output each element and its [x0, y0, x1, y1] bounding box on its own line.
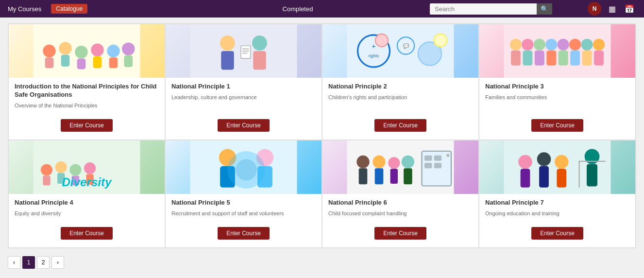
course-btn-area-np1: Enter Course [166, 114, 322, 139]
svg-point-44 [581, 39, 593, 51]
svg-point-29 [434, 34, 447, 47]
svg-point-88 [555, 155, 569, 169]
course-desc-np1: Leadership, culture and governance [171, 94, 316, 109]
enter-course-button-np2[interactable]: Enter Course [374, 119, 426, 132]
next-page-button[interactable]: › [51, 256, 64, 269]
svg-rect-47 [594, 51, 604, 66]
page-1-button[interactable]: 1 [22, 256, 35, 269]
svg-rect-90 [579, 161, 580, 188]
course-body-np4: National Principle 4 Equity and diversit… [9, 194, 165, 222]
svg-point-49 [41, 164, 52, 176]
svg-point-86 [537, 152, 551, 166]
course-desc-np2: Children's rights and participation [328, 94, 473, 109]
course-title-np1: National Principle 1 [171, 83, 316, 91]
course-desc-np5: Recruitment and support of staff and vol… [171, 210, 316, 217]
course-body-np7: National Principle 7 Ongoing education a… [479, 194, 635, 222]
header-nav: My Courses Catalogue [8, 4, 201, 14]
course-btn-area-np7: Enter Course [479, 222, 635, 247]
svg-point-9 [107, 45, 119, 57]
course-card-np1: National Principle 1 Leadership, culture… [165, 24, 322, 140]
svg-rect-45 [582, 51, 592, 66]
course-title-np5: National Principle 5 [171, 199, 316, 207]
course-title-np7: National Principle 7 [485, 199, 629, 207]
svg-rect-87 [539, 166, 549, 188]
svg-rect-41 [559, 51, 568, 66]
enter-course-button-intro[interactable]: Enter Course [61, 119, 113, 132]
course-card-np5: National Principle 5 Recruitment and sup… [165, 140, 322, 248]
svg-rect-15 [221, 51, 234, 70]
svg-rect-6 [77, 58, 86, 69]
course-thumbnail-np6 [322, 140, 478, 194]
course-desc-np4: Equity and diversity [15, 210, 159, 217]
svg-point-79 [446, 154, 450, 157]
prev-page-button[interactable]: ‹ [8, 256, 20, 269]
enter-course-button-np4[interactable]: Enter Course [61, 227, 113, 240]
course-btn-area-np3: Enter Course [479, 114, 635, 139]
course-body-intro: Introduction to the National Principles … [9, 78, 165, 114]
calendar-icon: 📅 [625, 4, 634, 14]
course-body-np2: National Principle 2 Children's rights a… [322, 78, 478, 114]
svg-rect-77 [424, 163, 432, 168]
course-card-np6: National Principle 6 Child focused compl… [322, 140, 479, 248]
svg-rect-85 [521, 169, 530, 188]
course-body-np3: National Principle 3 Families and commun… [479, 78, 635, 114]
svg-point-30 [375, 34, 388, 47]
svg-rect-82 [587, 164, 597, 187]
course-card-intro: Introduction to the National Principles … [8, 24, 165, 140]
course-thumbnail-np2: + rights 💬 [322, 24, 478, 78]
svg-point-72 [402, 156, 414, 168]
course-title-np6: National Principle 6 [328, 199, 473, 207]
svg-point-42 [569, 39, 581, 51]
course-thumbnail-np5 [166, 140, 322, 194]
course-body-np6: National Principle 6 Child focused compl… [322, 194, 478, 222]
svg-point-70 [388, 157, 400, 169]
enter-course-button-np7[interactable]: Enter Course [531, 227, 583, 240]
course-thumbnail-np3 [479, 24, 635, 78]
course-body-np1: National Principle 1 Leadership, culture… [166, 78, 322, 114]
svg-rect-10 [109, 57, 118, 68]
svg-point-84 [518, 155, 532, 169]
course-thumbnail-intro [9, 24, 165, 78]
my-courses-link[interactable]: My Courses [8, 5, 41, 13]
svg-rect-12 [124, 55, 133, 67]
svg-rect-89 [557, 169, 566, 188]
svg-point-53 [69, 164, 81, 176]
catalogue-badge[interactable]: Catalogue [51, 4, 87, 14]
svg-rect-76 [434, 156, 441, 161]
course-btn-area-intro: Enter Course [9, 114, 165, 139]
page-2-button[interactable]: 2 [37, 256, 50, 269]
course-card-np7: National Principle 7 Ongoing education a… [479, 140, 636, 248]
svg-rect-71 [390, 169, 398, 184]
svg-rect-18 [241, 46, 251, 58]
enter-course-button-np5[interactable]: Enter Course [218, 227, 270, 240]
course-desc-np3: Families and communities [485, 94, 629, 109]
svg-text:Diversity: Diversity [62, 175, 112, 189]
user-avatar[interactable]: N [588, 2, 601, 16]
svg-rect-69 [375, 168, 384, 184]
header-icons: N ▦ 📅 [588, 2, 636, 16]
calendar-button[interactable]: 📅 [623, 2, 636, 16]
search-input[interactable] [430, 3, 537, 15]
svg-point-38 [545, 39, 557, 51]
svg-rect-39 [546, 51, 556, 66]
completed-link[interactable]: Completed [201, 5, 394, 13]
enter-course-button-np1[interactable]: Enter Course [218, 119, 270, 132]
course-title-intro: Introduction to the National Principles … [15, 83, 159, 99]
enter-course-button-np6[interactable]: Enter Course [374, 227, 426, 240]
grid-view-button[interactable]: ▦ [605, 2, 619, 16]
svg-rect-91 [579, 161, 606, 162]
svg-point-14 [220, 35, 235, 51]
search-button[interactable]: 🔍 [537, 3, 552, 15]
svg-point-55 [84, 162, 96, 174]
course-card-np2: + rights 💬 National Principle 2 Children… [322, 24, 479, 140]
svg-rect-8 [93, 56, 102, 68]
svg-point-68 [373, 156, 385, 168]
svg-point-7 [91, 44, 103, 56]
pagination: ‹ 1 2 › [8, 248, 636, 273]
svg-rect-67 [359, 168, 368, 184]
course-btn-area-np6: Enter Course [322, 222, 478, 247]
header: My Courses Catalogue Completed 🔍 N ▦ 📅 [0, 0, 644, 17]
course-card-np3: National Principle 3 Families and commun… [479, 24, 636, 140]
svg-rect-17 [253, 51, 266, 70]
enter-course-button-np3[interactable]: Enter Course [531, 119, 583, 132]
